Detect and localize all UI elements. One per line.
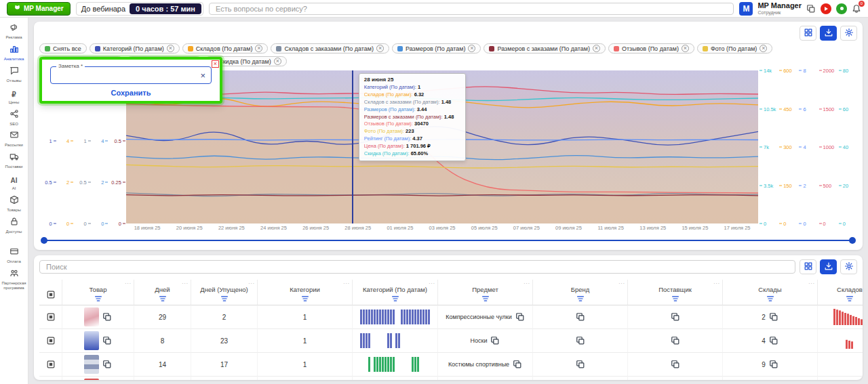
clear-input-icon[interactable]: × — [200, 71, 205, 80]
filter-icon[interactable] — [158, 294, 167, 303]
filter-icon[interactable] — [391, 294, 400, 303]
column-header[interactable]: ...Предмет — [438, 280, 533, 305]
column-header[interactable]: ...Бренд — [533, 280, 628, 305]
column-header[interactable]: ...Дней (Упущено) — [191, 280, 258, 305]
copy-icon[interactable] — [769, 312, 778, 322]
slider-handle-start[interactable] — [41, 237, 47, 244]
copy-icon[interactable] — [671, 312, 680, 322]
filter-icon[interactable] — [766, 294, 775, 303]
filter-icon[interactable] — [481, 294, 490, 303]
column-header[interactable]: ...Склады — [723, 280, 818, 305]
copy-icon[interactable] — [102, 312, 112, 322]
sidebar-item-reviews[interactable]: Отзывы — [1, 64, 28, 85]
column-header[interactable]: ...Поставщик — [628, 280, 723, 305]
sidebar-item-mail[interactable]: Рассылки — [1, 129, 28, 149]
table-search-input[interactable] — [39, 260, 795, 274]
note-field[interactable]: Заметка * × — [50, 66, 212, 84]
sidebar-item-ai[interactable]: AIAI — [1, 172, 28, 192]
column-menu-icon[interactable]: ... — [524, 279, 530, 285]
metric-chip[interactable]: Размеров (По датам)× — [392, 43, 481, 54]
chip-remove-icon[interactable]: × — [468, 45, 475, 52]
copy-icon[interactable] — [576, 360, 585, 369]
metric-chip[interactable]: Складов (По датам)× — [182, 43, 269, 54]
select-all-checkbox[interactable] — [46, 290, 56, 299]
filter-icon[interactable] — [220, 294, 229, 303]
column-header[interactable]: ...Категории — [258, 280, 353, 305]
column-menu-icon[interactable]: ... — [248, 279, 255, 285]
copy-icon[interactable] — [576, 336, 585, 345]
column-menu-icon[interactable]: ... — [343, 279, 350, 285]
copy-icon[interactable] — [806, 4, 816, 14]
metric-chip[interactable]: Категорий (По датам)× — [90, 43, 180, 54]
copy-icon[interactable] — [102, 360, 112, 369]
modal-close-icon[interactable]: × — [212, 60, 219, 68]
column-header[interactable]: ...Категорий (По датам) — [353, 280, 438, 305]
copy-icon[interactable] — [490, 336, 500, 345]
community-icon[interactable] — [836, 3, 847, 14]
row-checkbox[interactable] — [46, 360, 56, 369]
column-header[interactable]: ...Дней — [134, 280, 191, 305]
column-menu-icon[interactable]: ... — [618, 279, 625, 285]
copy-icon[interactable] — [769, 360, 778, 369]
download-button[interactable] — [820, 26, 837, 41]
avatar[interactable]: M — [739, 2, 753, 16]
copy-icon[interactable] — [515, 312, 525, 322]
sidebar-item-payment[interactable]: Оплата — [1, 245, 28, 265]
service-question-input[interactable] — [209, 3, 734, 15]
settings-button[interactable] — [840, 26, 857, 41]
table-settings-button[interactable] — [840, 259, 857, 274]
chip-remove-icon[interactable]: × — [682, 45, 689, 52]
chip-remove-icon[interactable]: × — [274, 58, 281, 65]
column-menu-icon[interactable]: ... — [125, 279, 132, 285]
metric-chip[interactable]: Размеров с заказами (По датам)× — [484, 43, 605, 54]
sidebar-item-goods[interactable]: Товары — [1, 194, 28, 214]
copy-icon[interactable] — [102, 336, 112, 345]
filter-icon[interactable] — [671, 294, 680, 303]
metric-chip[interactable]: Отзывов (По датам)× — [608, 43, 694, 54]
sidebar-item-supplies[interactable]: Поставки — [1, 150, 28, 171]
date-range-slider[interactable] — [41, 235, 856, 246]
chip-remove-icon[interactable]: × — [255, 45, 262, 52]
filter-icon[interactable] — [300, 294, 310, 303]
copy-icon[interactable] — [671, 360, 680, 369]
youtube-icon[interactable] — [821, 3, 831, 14]
chip-remove-icon[interactable]: × — [760, 45, 767, 52]
note-input[interactable] — [56, 72, 200, 79]
tooltip-value: 4.37 — [412, 135, 422, 142]
chip-remove-icon[interactable]: × — [167, 45, 174, 52]
copy-icon[interactable] — [671, 336, 680, 345]
logo-button[interactable]: MP Manager — [7, 2, 71, 16]
row-checkbox[interactable] — [46, 312, 56, 322]
column-menu-icon[interactable]: ... — [713, 279, 720, 285]
sidebar-item-access[interactable]: Доступы — [1, 215, 28, 236]
table-download-button[interactable] — [820, 259, 837, 274]
table-columns-button[interactable] — [800, 259, 816, 274]
column-header-select[interactable] — [39, 280, 62, 305]
slider-handle-end[interactable] — [849, 237, 856, 244]
filter-icon[interactable] — [576, 294, 585, 303]
chip-remove-icon[interactable]: × — [376, 45, 384, 52]
copy-icon[interactable] — [769, 336, 778, 345]
sidebar-item-seo[interactable]: SEO — [1, 108, 28, 128]
sidebar-item-ads[interactable]: Реклама — [1, 21, 28, 41]
column-menu-icon[interactable]: ... — [182, 279, 189, 285]
copy-icon[interactable] — [576, 312, 585, 322]
copy-icon[interactable] — [513, 360, 522, 369]
save-note-button[interactable]: Сохранить — [111, 89, 151, 97]
column-header[interactable]: ...Складов — [818, 280, 863, 305]
column-menu-icon[interactable]: ... — [808, 279, 815, 285]
clear-all-chip[interactable]: Снять все — [39, 43, 87, 54]
sidebar-item-partner[interactable]: Партнерская программа — [1, 267, 28, 292]
sidebar-item-prices[interactable]: ₽Цены — [1, 86, 28, 106]
metric-chip[interactable]: Фото (По датам)× — [697, 43, 772, 54]
notifications-bell[interactable]: 0 — [852, 4, 861, 14]
filter-icon[interactable] — [94, 294, 103, 303]
sidebar-item-analytics[interactable]: Аналитика — [1, 43, 28, 63]
column-menu-icon[interactable]: ... — [429, 279, 435, 285]
columns-button[interactable] — [800, 26, 816, 41]
chip-remove-icon[interactable]: × — [593, 45, 600, 52]
filter-icon[interactable] — [845, 294, 854, 303]
metric-chip[interactable]: Складов с заказами (По датам)× — [271, 43, 389, 54]
column-header[interactable]: ...Товар — [62, 280, 134, 305]
row-checkbox[interactable] — [46, 336, 56, 345]
